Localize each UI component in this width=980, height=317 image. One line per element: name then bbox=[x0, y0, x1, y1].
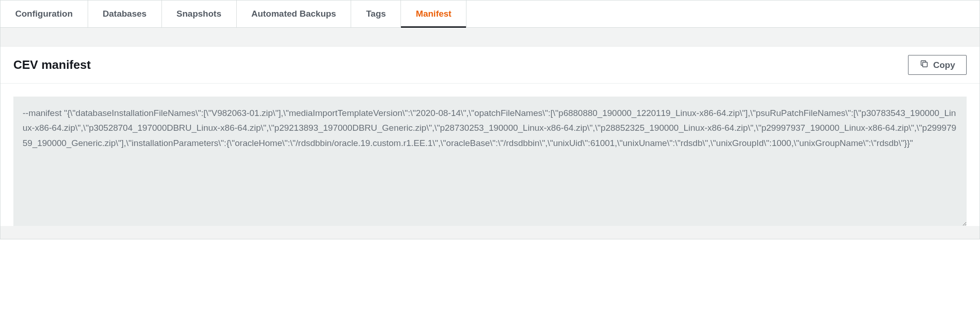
tab-snapshots[interactable]: Snapshots bbox=[162, 0, 237, 27]
tab-tags[interactable]: Tags bbox=[351, 0, 401, 27]
manifest-content: CEV manifest Copy --manifest "{\"databas… bbox=[0, 46, 980, 226]
tab-automated-backups[interactable]: Automated Backups bbox=[237, 0, 352, 27]
copy-button[interactable]: Copy bbox=[908, 55, 967, 75]
copy-button-label: Copy bbox=[933, 60, 956, 70]
section-title: CEV manifest bbox=[13, 58, 91, 72]
tab-configuration[interactable]: Configuration bbox=[0, 0, 88, 27]
section-header: CEV manifest Copy bbox=[0, 47, 980, 84]
manifest-textarea[interactable]: --manifest "{\"databaseInstallationFileN… bbox=[13, 97, 967, 226]
tab-databases[interactable]: Databases bbox=[88, 0, 162, 27]
svg-rect-0 bbox=[922, 62, 927, 67]
tab-bar: Configuration Databases Snapshots Automa… bbox=[0, 0, 980, 28]
tab-manifest[interactable]: Manifest bbox=[401, 0, 466, 27]
manifest-panel: Configuration Databases Snapshots Automa… bbox=[0, 0, 980, 239]
copy-icon bbox=[920, 59, 929, 71]
